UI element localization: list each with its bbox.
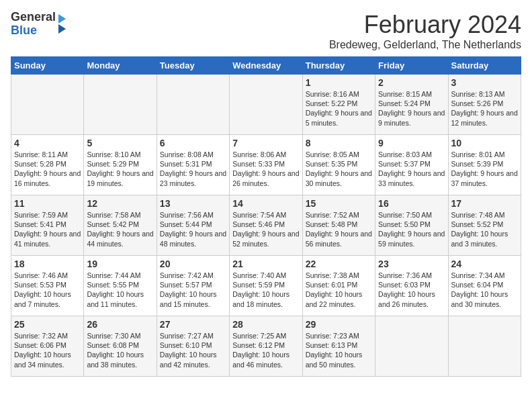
day-number: 19	[87, 259, 153, 269]
table-row: 16Sunrise: 7:50 AM Sunset: 5:50 PM Dayli…	[375, 195, 448, 256]
table-row: 2Sunrise: 8:15 AM Sunset: 5:24 PM Daylig…	[375, 75, 448, 135]
table-row: 9Sunrise: 8:03 AM Sunset: 5:37 PM Daylig…	[375, 135, 448, 195]
table-row: 3Sunrise: 8:13 AM Sunset: 5:26 PM Daylig…	[448, 75, 521, 135]
calendar-header-row: Sunday Monday Tuesday Wednesday Thursday…	[11, 57, 521, 75]
day-detail: Sunrise: 7:52 AM Sunset: 5:48 PM Dayligh…	[306, 210, 372, 248]
table-row: 5Sunrise: 8:10 AM Sunset: 5:29 PM Daylig…	[84, 135, 157, 195]
day-number: 3	[451, 77, 518, 88]
day-number: 7	[232, 138, 299, 148]
table-row: 23Sunrise: 7:36 AM Sunset: 6:03 PM Dayli…	[375, 256, 448, 316]
table-row: 7Sunrise: 8:06 AM Sunset: 5:33 PM Daylig…	[230, 135, 302, 195]
header-tuesday: Tuesday	[157, 57, 229, 75]
day-detail: Sunrise: 7:25 AM Sunset: 6:12 PM Dayligh…	[232, 331, 299, 369]
table-row: 27Sunrise: 7:27 AM Sunset: 6:10 PM Dayli…	[157, 316, 229, 377]
table-row	[157, 75, 229, 135]
logo: GeneralBlue	[11, 11, 66, 38]
day-number: 27	[160, 319, 226, 330]
table-row: 8Sunrise: 8:05 AM Sunset: 5:35 PM Daylig…	[302, 135, 375, 195]
table-row: 28Sunrise: 7:25 AM Sunset: 6:12 PM Dayli…	[230, 316, 302, 377]
day-number: 16	[378, 198, 445, 209]
day-number: 14	[232, 198, 299, 209]
day-number: 21	[232, 259, 299, 269]
day-number: 18	[14, 259, 81, 269]
table-row: 24Sunrise: 7:34 AM Sunset: 6:04 PM Dayli…	[448, 256, 521, 316]
day-number: 1	[306, 77, 372, 88]
day-number: 15	[306, 198, 372, 209]
day-number: 20	[160, 259, 226, 269]
header-thursday: Thursday	[302, 57, 375, 75]
day-number: 23	[378, 259, 445, 269]
day-number: 10	[451, 138, 518, 148]
day-detail: Sunrise: 7:34 AM Sunset: 6:04 PM Dayligh…	[451, 271, 518, 309]
day-detail: Sunrise: 7:27 AM Sunset: 6:10 PM Dayligh…	[160, 331, 226, 369]
day-number: 17	[451, 198, 518, 209]
day-number: 13	[160, 198, 226, 209]
day-detail: Sunrise: 7:30 AM Sunset: 6:08 PM Dayligh…	[87, 331, 153, 369]
calendar-week-row: 18Sunrise: 7:46 AM Sunset: 5:53 PM Dayli…	[11, 256, 521, 316]
day-detail: Sunrise: 8:03 AM Sunset: 5:37 PM Dayligh…	[378, 150, 445, 188]
table-row: 26Sunrise: 7:30 AM Sunset: 6:08 PM Dayli…	[84, 316, 157, 377]
header-wednesday: Wednesday	[230, 57, 302, 75]
day-detail: Sunrise: 7:40 AM Sunset: 5:59 PM Dayligh…	[232, 271, 299, 309]
day-number: 4	[14, 138, 81, 148]
day-detail: Sunrise: 7:44 AM Sunset: 5:55 PM Dayligh…	[87, 271, 153, 309]
table-row: 10Sunrise: 8:01 AM Sunset: 5:39 PM Dayli…	[448, 135, 521, 195]
calendar-subtitle: Bredeweg, Gelderland, The Netherlands	[329, 39, 521, 51]
day-number: 2	[378, 77, 445, 88]
calendar-table: Sunday Monday Tuesday Wednesday Thursday…	[11, 56, 521, 377]
table-row: 6Sunrise: 8:08 AM Sunset: 5:31 PM Daylig…	[157, 135, 229, 195]
day-number: 5	[87, 138, 153, 148]
header-friday: Friday	[375, 57, 448, 75]
logo-text-block: GeneralBlue	[11, 11, 66, 38]
day-number: 11	[14, 198, 81, 209]
table-row	[448, 316, 521, 377]
day-number: 6	[160, 138, 226, 148]
header-saturday: Saturday	[448, 57, 521, 75]
day-detail: Sunrise: 7:38 AM Sunset: 6:01 PM Dayligh…	[306, 271, 372, 309]
day-detail: Sunrise: 7:32 AM Sunset: 6:06 PM Dayligh…	[14, 331, 81, 369]
table-row	[375, 316, 448, 377]
day-number: 12	[87, 198, 153, 209]
table-row: 22Sunrise: 7:38 AM Sunset: 6:01 PM Dayli…	[302, 256, 375, 316]
table-row: 25Sunrise: 7:32 AM Sunset: 6:06 PM Dayli…	[11, 316, 84, 377]
table-row: 12Sunrise: 7:58 AM Sunset: 5:42 PM Dayli…	[84, 195, 157, 256]
calendar-title: February 2024	[329, 11, 521, 39]
day-detail: Sunrise: 7:46 AM Sunset: 5:53 PM Dayligh…	[14, 271, 81, 309]
day-number: 26	[87, 319, 153, 330]
logo-text: GeneralBlue	[11, 11, 56, 38]
day-detail: Sunrise: 8:05 AM Sunset: 5:35 PM Dayligh…	[306, 150, 372, 188]
table-row: 21Sunrise: 7:40 AM Sunset: 5:59 PM Dayli…	[230, 256, 302, 316]
day-detail: Sunrise: 8:10 AM Sunset: 5:29 PM Dayligh…	[87, 150, 153, 188]
table-row	[84, 75, 157, 135]
day-detail: Sunrise: 8:15 AM Sunset: 5:24 PM Dayligh…	[378, 89, 445, 128]
table-row: 18Sunrise: 7:46 AM Sunset: 5:53 PM Dayli…	[11, 256, 84, 316]
header-sunday: Sunday	[11, 57, 84, 75]
day-detail: Sunrise: 7:56 AM Sunset: 5:44 PM Dayligh…	[160, 210, 226, 248]
page-header: GeneralBlue February 2024 Bredeweg, Geld…	[11, 11, 521, 51]
day-number: 28	[232, 319, 299, 330]
day-number: 22	[306, 259, 372, 269]
day-detail: Sunrise: 7:50 AM Sunset: 5:50 PM Dayligh…	[378, 210, 445, 248]
day-detail: Sunrise: 7:59 AM Sunset: 5:41 PM Dayligh…	[14, 210, 81, 248]
calendar-week-row: 25Sunrise: 7:32 AM Sunset: 6:06 PM Dayli…	[11, 316, 521, 377]
table-row: 17Sunrise: 7:48 AM Sunset: 5:52 PM Dayli…	[448, 195, 521, 256]
table-row: 1Sunrise: 8:16 AM Sunset: 5:22 PM Daylig…	[302, 75, 375, 135]
day-detail: Sunrise: 8:06 AM Sunset: 5:33 PM Dayligh…	[232, 150, 299, 188]
calendar-week-row: 11Sunrise: 7:59 AM Sunset: 5:41 PM Dayli…	[11, 195, 521, 256]
day-number: 25	[14, 319, 81, 330]
day-detail: Sunrise: 8:08 AM Sunset: 5:31 PM Dayligh…	[160, 150, 226, 188]
table-row	[11, 75, 84, 135]
title-block: February 2024 Bredeweg, Gelderland, The …	[329, 11, 521, 51]
day-detail: Sunrise: 7:48 AM Sunset: 5:52 PM Dayligh…	[451, 210, 518, 248]
table-row: 4Sunrise: 8:11 AM Sunset: 5:28 PM Daylig…	[11, 135, 84, 195]
header-monday: Monday	[84, 57, 157, 75]
table-row: 20Sunrise: 7:42 AM Sunset: 5:57 PM Dayli…	[157, 256, 229, 316]
table-row: 15Sunrise: 7:52 AM Sunset: 5:48 PM Dayli…	[302, 195, 375, 256]
day-detail: Sunrise: 7:42 AM Sunset: 5:57 PM Dayligh…	[160, 271, 226, 309]
day-detail: Sunrise: 7:54 AM Sunset: 5:46 PM Dayligh…	[232, 210, 299, 248]
day-detail: Sunrise: 7:23 AM Sunset: 6:13 PM Dayligh…	[306, 331, 372, 369]
table-row: 29Sunrise: 7:23 AM Sunset: 6:13 PM Dayli…	[302, 316, 375, 377]
day-detail: Sunrise: 8:01 AM Sunset: 5:39 PM Dayligh…	[451, 150, 518, 188]
table-row: 14Sunrise: 7:54 AM Sunset: 5:46 PM Dayli…	[230, 195, 302, 256]
table-row: 11Sunrise: 7:59 AM Sunset: 5:41 PM Dayli…	[11, 195, 84, 256]
